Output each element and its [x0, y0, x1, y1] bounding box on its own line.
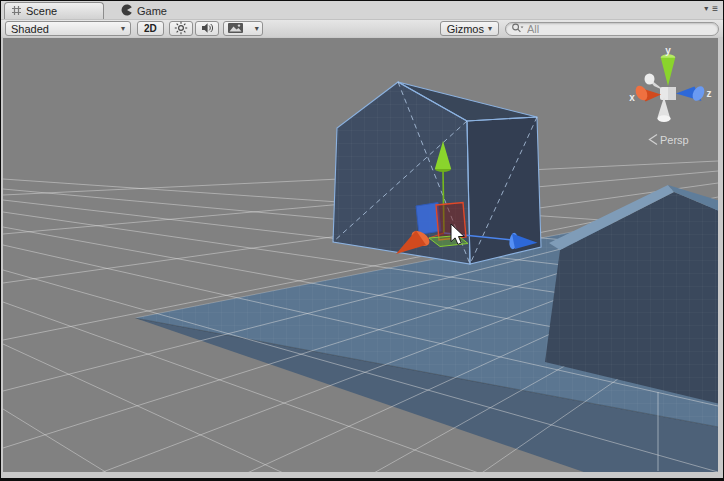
game-pacman-icon	[121, 4, 133, 18]
gizmo-center-shade	[668, 87, 676, 100]
scene-lighting-button[interactable]	[169, 21, 193, 36]
scene-audio-button[interactable]	[195, 21, 219, 36]
gizmos-label: Gizmos	[447, 23, 484, 35]
toggle-2d-label: 2D	[144, 23, 157, 34]
scene-viewport[interactable]: y x z Persp	[3, 38, 718, 472]
shading-mode-dropdown[interactable]: Shaded ▾	[5, 21, 131, 36]
hamburger-icon[interactable]: ≡	[712, 4, 718, 14]
axis-z-label[interactable]: z	[707, 88, 712, 99]
sun-icon	[174, 21, 188, 37]
unity-scene-panel: Scene Game ▾ ≡ Shaded ▾ 2D	[0, 0, 724, 481]
panel-dropdown-icon[interactable]: ▾	[704, 5, 708, 13]
chevron-down-icon: ▾	[488, 25, 492, 33]
axis-y-label[interactable]: y	[665, 45, 671, 56]
tab-strip: Scene Game ▾ ≡	[1, 1, 723, 19]
viewport-container: y x z Persp	[3, 38, 718, 472]
search-input[interactable]	[527, 23, 713, 35]
chevron-down-icon: ▾	[255, 25, 259, 33]
chevron-down-icon: ▾	[121, 25, 125, 33]
magnifier-icon	[511, 20, 524, 38]
tab-game-label: Game	[137, 5, 167, 17]
tab-scene-label: Scene	[26, 5, 57, 17]
image-icon	[227, 22, 244, 36]
scene-search-field[interactable]	[505, 22, 719, 36]
tab-scene[interactable]: Scene	[4, 2, 104, 19]
axis-x-label[interactable]: x	[629, 92, 635, 103]
toggle-2d-button[interactable]: 2D	[137, 21, 164, 36]
projection-label[interactable]: Persp	[660, 134, 689, 146]
grid-icon	[11, 5, 22, 18]
shading-mode-value: Shaded	[11, 23, 49, 35]
tab-game[interactable]: Game	[113, 2, 175, 19]
gizmos-dropdown[interactable]: Gizmos ▾	[440, 21, 499, 36]
effects-visibility-button[interactable]: ▾	[223, 21, 263, 36]
speaker-icon	[200, 21, 214, 37]
scene-toolbar: Shaded ▾ 2D	[1, 19, 723, 38]
panel-menu: ▾ ≡	[704, 4, 718, 14]
